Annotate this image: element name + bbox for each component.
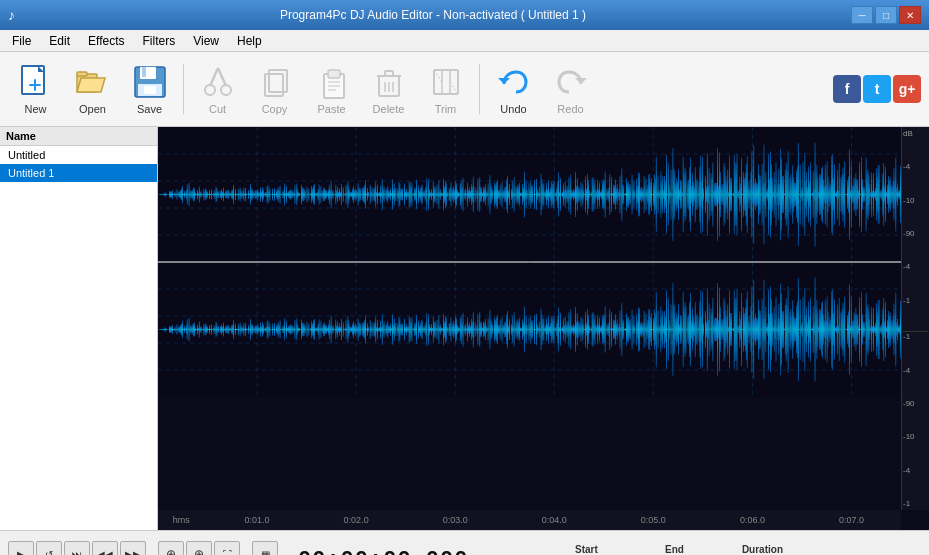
save-button[interactable]: Save <box>122 57 177 122</box>
menu-item-help[interactable]: Help <box>229 32 270 50</box>
toolbar-file-group: New Open <box>8 57 177 122</box>
delete-icon <box>371 64 407 100</box>
toolbar-sep-2 <box>479 64 480 114</box>
cut-button[interactable]: Cut <box>190 57 245 122</box>
svg-rect-24 <box>385 71 393 76</box>
play-button[interactable]: ▶ <box>8 541 34 555</box>
app-icon: ♪ <box>8 7 15 23</box>
menu-item-view[interactable]: View <box>185 32 227 50</box>
toolbar: New Open <box>0 52 929 127</box>
minimize-button[interactable]: ─ <box>851 6 873 24</box>
file-list-panel: Name Untitled Untitled 1 <box>0 127 158 530</box>
file-item-untitled1[interactable]: Untitled 1 <box>0 164 157 182</box>
svg-rect-8 <box>142 67 146 77</box>
timeline-tick-1: 0:01.0 <box>245 515 270 525</box>
window-title: Program4Pc DJ Audio Editor - Non-activat… <box>15 8 851 22</box>
duration-header: Duration <box>722 544 802 555</box>
window-controls: ─ □ ✕ <box>851 6 921 24</box>
save-icon <box>132 64 168 100</box>
cut-icon <box>200 64 236 100</box>
menu-item-filters[interactable]: Filters <box>135 32 184 50</box>
timeline-bar: hms0:01.00:02.00:03.00:04.00:05.00:06.00… <box>158 510 901 530</box>
loop-button[interactable]: ↺ <box>36 541 62 555</box>
timeline-tick-0: hms <box>173 515 190 525</box>
timeline-tick-3: 0:03.0 <box>443 515 468 525</box>
copy-button[interactable]: Copy <box>247 57 302 122</box>
delete-button[interactable]: Delete <box>361 57 416 122</box>
zoom-in-h-button[interactable]: ⊕ <box>158 541 184 555</box>
timeline-tick-7: 0:07.0 <box>839 515 864 525</box>
undo-icon <box>496 64 532 100</box>
paste-icon <box>314 64 350 100</box>
redo-button[interactable]: Redo <box>543 57 598 122</box>
new-icon <box>18 64 54 100</box>
zoom-in-v-button[interactable]: ⊕ <box>186 541 212 555</box>
trim-button[interactable]: Trim <box>418 57 473 122</box>
toolbar-edit-group: Cut Copy Paste <box>190 57 473 122</box>
toolbar-sep-1 <box>183 64 184 114</box>
time-display: 00:00:00.000 <box>298 548 468 556</box>
timeline-tick-2: 0:02.0 <box>344 515 369 525</box>
main-content: Name Untitled Untitled 1 dB -4 -10 -90 -… <box>0 127 929 530</box>
paste-button[interactable]: Paste <box>304 57 359 122</box>
menu-item-file[interactable]: File <box>4 32 39 50</box>
waveform-area[interactable]: dB -4 -10 -90 -4 -1 -1 -4 -90 -10 -4 -1 … <box>158 127 929 530</box>
timeline-tick-6: 0:06.0 <box>740 515 765 525</box>
forward-button[interactable]: ▶▶ <box>120 541 146 555</box>
selection-headers-row: Start End Duration <box>488 544 802 555</box>
title-bar: ♪ Program4Pc DJ Audio Editor - Non-activ… <box>0 0 929 30</box>
googleplus-button[interactable]: g+ <box>893 75 921 103</box>
close-button[interactable]: ✕ <box>899 6 921 24</box>
twitter-button[interactable]: t <box>863 75 891 103</box>
timeline-tick-4: 0:04.0 <box>542 515 567 525</box>
main-time-display: 00:00:00.000 <box>298 548 468 556</box>
svg-rect-18 <box>328 70 340 78</box>
selection-info: Start End Duration Selection 00:00:00.00… <box>488 544 802 556</box>
open-button[interactable]: Open <box>65 57 120 122</box>
transport-buttons: ▶ ↺ ⏭ ◀◀ ▶▶ ■ ⏸ ● |◀ ▶| <box>8 541 146 555</box>
level-buttons: ▦ ≡ <box>252 541 278 555</box>
undo-button[interactable]: Undo <box>486 57 541 122</box>
copy-icon <box>257 64 293 100</box>
rewind-button[interactable]: ◀◀ <box>92 541 118 555</box>
timeline-tick-5: 0:05.0 <box>641 515 666 525</box>
svg-marker-32 <box>575 78 587 84</box>
menu-bar: FileEditEffectsFiltersViewHelp <box>0 30 929 52</box>
svg-point-11 <box>205 85 215 95</box>
level-bars-button[interactable]: ▦ <box>252 541 278 555</box>
transport-row: ▶ ↺ ⏭ ◀◀ ▶▶ ■ ⏸ ● |◀ ▶| ⊕ ⊕ ⛶ ⊖ ⊖ ⊡ ▦ ≡ … <box>0 530 929 555</box>
next-track-button[interactable]: ⏭ <box>64 541 90 555</box>
svg-line-13 <box>210 68 218 86</box>
svg-rect-10 <box>144 86 156 94</box>
new-button[interactable]: New <box>8 57 63 122</box>
db-scale: dB -4 -10 -90 -4 -1 -1 -4 -90 -10 -4 -1 <box>901 127 929 510</box>
end-header: End <box>634 544 714 555</box>
toolbar-history-group: Undo Redo <box>486 57 598 122</box>
file-list-header: Name <box>0 127 157 146</box>
social-icons: f t g+ <box>833 75 921 103</box>
svg-marker-31 <box>498 78 510 84</box>
svg-rect-3 <box>34 79 36 91</box>
svg-rect-5 <box>77 72 87 76</box>
menu-item-edit[interactable]: Edit <box>41 32 78 50</box>
svg-point-12 <box>221 85 231 95</box>
zoom-fit-button[interactable]: ⛶ <box>214 541 240 555</box>
waveform-canvas[interactable] <box>158 127 901 397</box>
maximize-button[interactable]: □ <box>875 6 897 24</box>
open-icon <box>75 64 111 100</box>
svg-rect-28 <box>434 70 458 94</box>
menu-item-effects[interactable]: Effects <box>80 32 132 50</box>
zoom-buttons: ⊕ ⊕ ⛶ ⊖ ⊖ ⊡ <box>158 541 240 555</box>
file-item-untitled[interactable]: Untitled <box>0 146 157 164</box>
trim-icon <box>428 64 464 100</box>
svg-line-14 <box>218 68 226 86</box>
facebook-button[interactable]: f <box>833 75 861 103</box>
redo-icon <box>553 64 589 100</box>
start-header: Start <box>546 544 626 555</box>
